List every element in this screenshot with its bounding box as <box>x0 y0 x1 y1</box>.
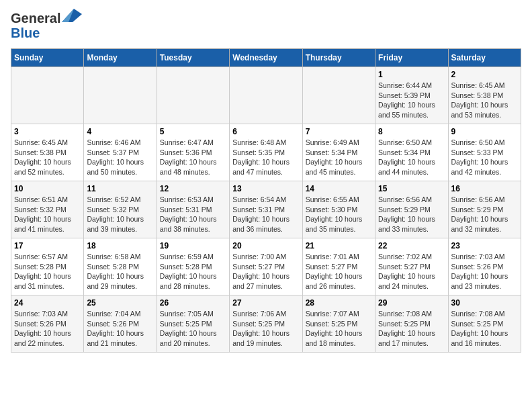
calendar-cell: 21Sunrise: 7:01 AM Sunset: 5:27 PM Dayli… <box>302 238 375 295</box>
day-number: 6 <box>232 127 299 136</box>
calendar-cell: 16Sunrise: 6:56 AM Sunset: 5:29 PM Dayli… <box>448 181 521 238</box>
calendar-cell: 23Sunrise: 7:03 AM Sunset: 5:26 PM Dayli… <box>448 238 521 295</box>
day-number: 28 <box>306 298 372 308</box>
day-number: 15 <box>378 184 445 193</box>
day-number: 2 <box>451 70 518 79</box>
calendar-cell: 6Sunrise: 6:48 AM Sunset: 5:35 PM Daylig… <box>230 124 302 181</box>
calendar-cell: 24Sunrise: 7:03 AM Sunset: 5:26 PM Dayli… <box>11 295 84 353</box>
calendar-cell: 5Sunrise: 6:47 AM Sunset: 5:36 PM Daylig… <box>157 124 229 181</box>
day-number: 5 <box>160 127 226 136</box>
calendar-cell: 18Sunrise: 6:58 AM Sunset: 5:28 PM Dayli… <box>84 238 157 295</box>
day-info: Sunrise: 7:05 AM Sunset: 5:25 PM Dayligh… <box>160 309 226 349</box>
day-number: 23 <box>451 241 518 250</box>
calendar-cell: 9Sunrise: 6:50 AM Sunset: 5:33 PM Daylig… <box>448 124 521 181</box>
weekday-header-thursday: Thursday <box>302 49 375 67</box>
day-info: Sunrise: 7:00 AM Sunset: 5:27 PM Dayligh… <box>232 252 299 291</box>
day-info: Sunrise: 6:44 AM Sunset: 5:39 PM Dayligh… <box>378 81 445 120</box>
day-info: Sunrise: 6:46 AM Sunset: 5:37 PM Dayligh… <box>87 138 153 177</box>
calendar-cell: 29Sunrise: 7:08 AM Sunset: 5:25 PM Dayli… <box>375 295 448 353</box>
day-info: Sunrise: 7:07 AM Sunset: 5:25 PM Dayligh… <box>306 309 372 349</box>
day-number: 29 <box>378 298 445 308</box>
day-info: Sunrise: 6:47 AM Sunset: 5:36 PM Dayligh… <box>160 138 226 177</box>
day-number: 27 <box>232 298 299 308</box>
calendar-cell <box>302 67 375 124</box>
calendar-cell: 13Sunrise: 6:54 AM Sunset: 5:31 PM Dayli… <box>230 181 302 238</box>
day-number: 30 <box>451 298 518 308</box>
day-info: Sunrise: 6:53 AM Sunset: 5:31 PM Dayligh… <box>160 195 226 234</box>
calendar-cell <box>11 67 84 124</box>
day-info: Sunrise: 6:52 AM Sunset: 5:32 PM Dayligh… <box>87 195 153 234</box>
day-number: 18 <box>87 241 153 250</box>
day-info: Sunrise: 7:04 AM Sunset: 5:26 PM Dayligh… <box>87 309 153 349</box>
day-number: 17 <box>14 241 81 250</box>
day-info: Sunrise: 6:57 AM Sunset: 5:28 PM Dayligh… <box>14 252 81 291</box>
calendar-cell: 20Sunrise: 7:00 AM Sunset: 5:27 PM Dayli… <box>230 238 302 295</box>
weekday-header-monday: Monday <box>84 49 157 67</box>
calendar-cell: 12Sunrise: 6:53 AM Sunset: 5:31 PM Dayli… <box>157 181 229 238</box>
day-info: Sunrise: 6:59 AM Sunset: 5:28 PM Dayligh… <box>160 252 226 291</box>
day-info: Sunrise: 6:54 AM Sunset: 5:31 PM Dayligh… <box>232 195 299 234</box>
day-info: Sunrise: 6:56 AM Sunset: 5:29 PM Dayligh… <box>378 195 445 234</box>
calendar-cell: 22Sunrise: 7:02 AM Sunset: 5:27 PM Dayli… <box>375 238 448 295</box>
day-number: 25 <box>87 298 153 308</box>
day-number: 22 <box>378 241 445 250</box>
calendar-table: SundayMondayTuesdayWednesdayThursdayFrid… <box>11 48 521 353</box>
calendar-cell: 30Sunrise: 7:08 AM Sunset: 5:25 PM Dayli… <box>448 295 521 353</box>
day-number: 13 <box>232 184 299 193</box>
day-number: 8 <box>378 127 445 136</box>
day-info: Sunrise: 7:06 AM Sunset: 5:25 PM Dayligh… <box>232 309 299 349</box>
day-number: 11 <box>87 184 153 193</box>
day-info: Sunrise: 6:50 AM Sunset: 5:33 PM Dayligh… <box>451 138 518 177</box>
day-number: 16 <box>451 184 518 193</box>
weekday-header-tuesday: Tuesday <box>157 49 229 67</box>
calendar-cell: 2Sunrise: 6:45 AM Sunset: 5:38 PM Daylig… <box>448 67 521 124</box>
calendar-cell: 19Sunrise: 6:59 AM Sunset: 5:28 PM Dayli… <box>157 238 229 295</box>
calendar-cell: 3Sunrise: 6:45 AM Sunset: 5:38 PM Daylig… <box>11 124 84 181</box>
day-info: Sunrise: 6:51 AM Sunset: 5:32 PM Dayligh… <box>14 195 81 234</box>
day-info: Sunrise: 6:45 AM Sunset: 5:38 PM Dayligh… <box>451 81 518 120</box>
calendar-cell: 8Sunrise: 6:50 AM Sunset: 5:34 PM Daylig… <box>375 124 448 181</box>
day-number: 3 <box>14 127 81 136</box>
calendar-cell: 17Sunrise: 6:57 AM Sunset: 5:28 PM Dayli… <box>11 238 84 295</box>
day-number: 10 <box>14 184 81 193</box>
calendar-cell: 4Sunrise: 6:46 AM Sunset: 5:37 PM Daylig… <box>84 124 157 181</box>
day-number: 14 <box>306 184 372 193</box>
day-info: Sunrise: 6:49 AM Sunset: 5:34 PM Dayligh… <box>306 138 372 177</box>
calendar-cell <box>157 67 229 124</box>
calendar-cell: 7Sunrise: 6:49 AM Sunset: 5:34 PM Daylig… <box>302 124 375 181</box>
calendar-cell: 27Sunrise: 7:06 AM Sunset: 5:25 PM Dayli… <box>230 295 302 353</box>
calendar-cell: 26Sunrise: 7:05 AM Sunset: 5:25 PM Dayli… <box>157 295 229 353</box>
day-number: 4 <box>87 127 153 136</box>
day-info: Sunrise: 7:08 AM Sunset: 5:25 PM Dayligh… <box>378 309 445 349</box>
day-number: 12 <box>160 184 226 193</box>
day-info: Sunrise: 7:01 AM Sunset: 5:27 PM Dayligh… <box>306 252 372 291</box>
day-info: Sunrise: 6:48 AM Sunset: 5:35 PM Dayligh… <box>232 138 299 177</box>
day-info: Sunrise: 7:08 AM Sunset: 5:25 PM Dayligh… <box>451 309 518 349</box>
calendar-cell: 10Sunrise: 6:51 AM Sunset: 5:32 PM Dayli… <box>11 181 84 238</box>
calendar-cell <box>230 67 302 124</box>
day-info: Sunrise: 6:45 AM Sunset: 5:38 PM Dayligh… <box>14 138 81 177</box>
calendar-cell: 1Sunrise: 6:44 AM Sunset: 5:39 PM Daylig… <box>375 67 448 124</box>
day-info: Sunrise: 6:50 AM Sunset: 5:34 PM Dayligh… <box>378 138 445 177</box>
day-number: 9 <box>451 127 518 136</box>
calendar-cell: 11Sunrise: 6:52 AM Sunset: 5:32 PM Dayli… <box>84 181 157 238</box>
day-number: 24 <box>14 298 81 308</box>
calendar-cell <box>84 67 157 124</box>
page-header: General Blue <box>11 11 521 40</box>
day-info: Sunrise: 7:03 AM Sunset: 5:26 PM Dayligh… <box>14 309 81 349</box>
day-number: 21 <box>306 241 372 250</box>
weekday-header-sunday: Sunday <box>11 49 84 67</box>
day-info: Sunrise: 6:55 AM Sunset: 5:30 PM Dayligh… <box>306 195 372 234</box>
calendar-cell: 14Sunrise: 6:55 AM Sunset: 5:30 PM Dayli… <box>302 181 375 238</box>
day-info: Sunrise: 7:02 AM Sunset: 5:27 PM Dayligh… <box>378 252 445 291</box>
day-info: Sunrise: 7:03 AM Sunset: 5:26 PM Dayligh… <box>451 252 518 291</box>
weekday-header-saturday: Saturday <box>448 49 521 67</box>
day-number: 7 <box>306 127 372 136</box>
day-number: 20 <box>232 241 299 250</box>
logo-bird-icon <box>62 9 82 36</box>
calendar-cell: 15Sunrise: 6:56 AM Sunset: 5:29 PM Dayli… <box>375 181 448 238</box>
day-info: Sunrise: 6:58 AM Sunset: 5:28 PM Dayligh… <box>87 252 153 291</box>
weekday-header-wednesday: Wednesday <box>230 49 302 67</box>
weekday-header-friday: Friday <box>375 49 448 67</box>
day-number: 19 <box>160 241 226 250</box>
